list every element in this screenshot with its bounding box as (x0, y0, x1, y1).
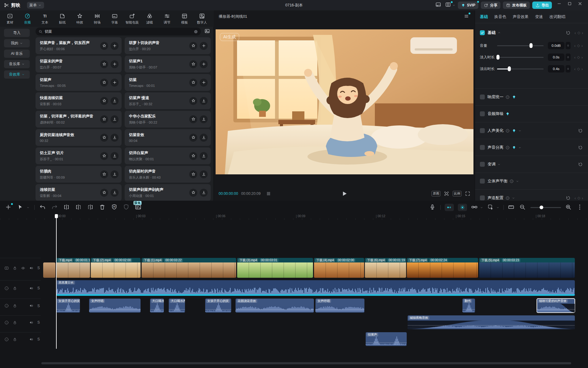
chevron-down-icon[interactable] (512, 196, 515, 200)
favorite-button[interactable] (189, 115, 197, 123)
audio-track-icon[interactable]: ♪ (4, 286, 9, 291)
lock-icon[interactable] (13, 266, 17, 270)
sidebar-item-sfx-lib[interactable]: 音效库 (4, 70, 30, 79)
favorite-button[interactable] (100, 60, 108, 68)
tab-sticker[interactable]: 贴纸 (54, 11, 71, 26)
workspace-layout-button[interactable] (445, 2, 452, 9)
sfx-clip[interactable]: 猫咪可爱的叫声音效 (537, 299, 575, 313)
slider-value[interactable]: 0.0dB (548, 42, 564, 49)
cursor-button[interactable] (17, 204, 24, 211)
music-clip[interactable]: 悠悠夏日长 (56, 280, 575, 296)
reset-icon[interactable] (578, 145, 583, 150)
keyframe-nav[interactable]: ‹◇› (575, 31, 583, 35)
favorite-button[interactable] (189, 60, 197, 68)
magnet-button[interactable] (445, 204, 454, 211)
favorite-button[interactable] (189, 152, 197, 160)
tab-template[interactable]: 模板 (176, 11, 193, 26)
tab-smartpack[interactable]: 智能包装 (123, 11, 141, 26)
fullscreen-icon[interactable] (465, 191, 470, 196)
panel-layout-button[interactable] (435, 2, 443, 9)
option-checkbox[interactable] (480, 95, 485, 99)
menu-button[interactable]: 菜单 (27, 2, 44, 9)
timeline-ruler[interactable]: 00:0000:0300:0600:0900:1200:1500:18 (0, 214, 588, 220)
help-icon[interactable]: ? (505, 95, 510, 99)
value-stepper[interactable] (566, 65, 571, 72)
video-cover-thumb[interactable] (43, 262, 55, 278)
horizontal-scrollbar[interactable] (41, 362, 571, 364)
option-checkbox[interactable] (480, 195, 485, 200)
favorite-button[interactable] (100, 79, 108, 87)
add-to-timeline-button[interactable] (111, 60, 119, 68)
audio-item[interactable]: 连续切菜 背影辉 · 00:04 (36, 184, 122, 201)
tab-transition[interactable]: 转场 (89, 11, 106, 26)
zoom-fit-icon[interactable] (444, 191, 449, 196)
audio-item[interactable]: 切菜 Timecaps · 00:01 (125, 74, 211, 91)
slider-track[interactable] (497, 57, 544, 58)
solo-toggle[interactable]: S (37, 320, 40, 325)
add-to-timeline-button[interactable] (200, 79, 208, 87)
sfx-clip[interactable]: 女声哼唱 (89, 299, 141, 313)
help-icon[interactable]: ? (505, 145, 510, 150)
basic-section-checkbox[interactable] (480, 30, 485, 35)
download-button[interactable] (200, 134, 208, 142)
shield-ai-button[interactable]: AI (111, 204, 118, 211)
chevron-down-icon[interactable] (496, 206, 499, 209)
frames-view-icon[interactable] (266, 191, 271, 196)
split-right-button[interactable] (87, 204, 94, 211)
add-to-timeline-button[interactable] (200, 42, 208, 50)
export-button[interactable]: 导出 (532, 2, 552, 9)
sfx-clip[interactable]: 大口喝水声 (169, 299, 185, 313)
favorite-button[interactable] (100, 115, 108, 123)
audio-item[interactable]: 切洋白菜声 物以类聚 · 00:01 (125, 147, 211, 164)
reset-icon[interactable] (566, 195, 571, 201)
audio-item[interactable]: 快速连续切菜 背影辉 · 00:03 (36, 92, 122, 109)
timeline-zoom-slider[interactable] (530, 207, 561, 208)
video-clip[interactable]: 下载 (4).mp4 00:00:02:00 (314, 258, 364, 278)
inspector-tab-换音色[interactable]: 换音色 (494, 14, 506, 20)
download-button[interactable] (111, 152, 119, 160)
keyframe-nav[interactable]: ‹◇› (574, 55, 583, 60)
download-button[interactable] (200, 189, 208, 197)
audio-item[interactable]: 切菜音效 00:04 (125, 129, 211, 146)
download-button[interactable] (200, 97, 208, 105)
video-clip[interactable]: 下载 (5).mp4 00:00:03:23 (479, 258, 575, 278)
favorite-button[interactable] (100, 152, 108, 160)
favorite-button[interactable] (189, 97, 197, 105)
solo-toggle[interactable]: S (37, 337, 40, 341)
inspector-tab-基础[interactable]: 基础 (480, 14, 488, 20)
reset-icon[interactable] (566, 30, 571, 35)
audio-track-icon[interactable]: ♪ (4, 303, 9, 308)
video-clip[interactable]: 下载 (3).mp4 00:00:03:01 (237, 258, 313, 278)
sfx-clip[interactable]: 大口喝水声 (150, 299, 164, 313)
mute-icon[interactable] (29, 286, 34, 291)
audio-item[interactable]: 切菜声剁菜声剁肉声 小周动漫 · 00:01 (125, 184, 211, 201)
minimize-button[interactable] (557, 1, 565, 9)
chevron-down-icon[interactable] (26, 206, 30, 209)
clear-search-icon[interactable] (194, 29, 198, 34)
add-button[interactable] (5, 204, 12, 211)
sfx-clip[interactable]: 女声哼唱 (315, 299, 364, 313)
help-icon[interactable]: ? (509, 179, 514, 184)
playhead[interactable] (56, 214, 57, 349)
tab-captions[interactable]: 字幕 (106, 11, 123, 26)
sidebar-item-import[interactable]: 导入 (4, 29, 30, 37)
sfx-clip[interactable]: 女孩子开心的笑 (205, 299, 231, 313)
favorite-button[interactable] (189, 42, 197, 50)
option-checkbox[interactable] (480, 111, 485, 116)
lock-icon[interactable] (13, 303, 17, 308)
chop-sound-clip[interactable]: 切菜声 (366, 332, 407, 346)
maximize-button[interactable] (567, 1, 575, 9)
favorite-button[interactable] (189, 79, 197, 87)
favorite-button[interactable] (100, 42, 108, 50)
inspector-tab-改词翻唱[interactable]: 改词翻唱 (549, 14, 565, 20)
video-clip[interactable]: 下载 (1).mp4 00:00:03:22 (141, 258, 236, 278)
keyframe-nav[interactable]: ‹◇› (575, 196, 583, 200)
sidebar-item-ai-music[interactable]: AI 音乐 (4, 50, 30, 58)
audio-track-icon[interactable]: ♪ (4, 337, 9, 342)
add-to-timeline-button[interactable] (111, 79, 119, 87)
select-frame-button[interactable] (487, 204, 495, 211)
collapse-icon[interactable] (497, 31, 501, 35)
lock-icon[interactable] (13, 337, 17, 342)
play-button[interactable] (341, 190, 348, 197)
download-button[interactable] (111, 97, 119, 105)
